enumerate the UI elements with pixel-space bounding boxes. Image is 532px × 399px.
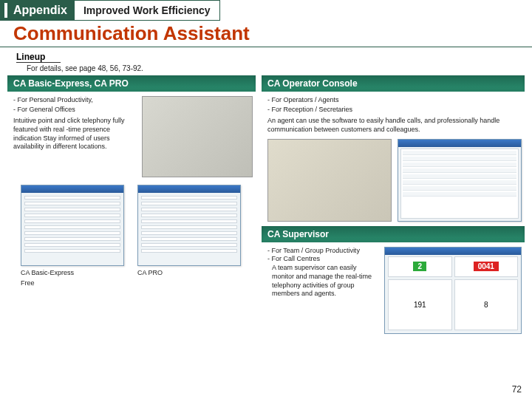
header-subtitle: Improved Work Efficiency (75, 0, 220, 21)
header-appendix: Appendix (0, 0, 75, 21)
app-window-icon (137, 185, 241, 266)
rtop-desc: An agent can use the software to easily … (267, 117, 522, 134)
lineup-label: Lineup (16, 52, 61, 63)
left-bullet-2: - For General Offices (13, 106, 136, 115)
dash-cell-c: 191 (388, 279, 452, 330)
rbot-desc: A team supervisor can easily monitor and… (267, 264, 378, 299)
shot2-caption-line1: CA PRO (137, 269, 241, 276)
dash-cell-b: 0041 (454, 256, 519, 277)
rbot-bullet-1: - For Team / Group Productivity (267, 247, 378, 256)
shot1-caption-line1: CA Basic-Express (21, 269, 124, 276)
handshake-photo (267, 139, 392, 222)
left-desc: Intuitive point and click telephony full… (13, 117, 136, 151)
rtop-bullet-1: - For Operators / Agents (267, 96, 522, 105)
right-bottom-body: - For Team / Group Productivity - For Ca… (262, 242, 525, 338)
lineup-details: For details, see page 48, 56, 73-92. (27, 64, 532, 72)
screenshot-basic-express: CA Basic-Express Free (21, 185, 124, 287)
left-bullet-1: - For Personal Productivity, (13, 96, 136, 105)
right-bottom-heading: CA Supervisor (262, 226, 525, 242)
right-column: CA Operator Console - For Operators / Ag… (262, 75, 525, 338)
shot1-caption-line2: Free (21, 279, 124, 287)
rbot-bullet-2: - For Call Centres (267, 255, 378, 264)
left-body: - For Personal Productivity, - For Gener… (7, 92, 256, 182)
supervisor-window-icon: 2 0041 191 8 (384, 247, 522, 334)
app-window-icon (21, 185, 124, 266)
left-heading: CA Basic-Express, CA PRO (7, 75, 256, 92)
left-column: CA Basic-Express, CA PRO - For Personal … (7, 75, 256, 338)
page-title: Communication Assistant (0, 21, 532, 45)
lineup-section: Lineup (16, 52, 522, 63)
right-top-images (262, 139, 525, 226)
page-number: 72 (512, 384, 522, 395)
slide-header: Appendix Improved Work Efficiency (0, 0, 532, 21)
left-screenshots: CA Basic-Express Free CA PRO (7, 182, 256, 287)
dash-badge-a: 2 (413, 262, 426, 271)
dash-cell-d: 8 (454, 279, 519, 330)
dash-cell-a: 2 (388, 256, 452, 277)
dash-value-c: 191 (414, 301, 426, 309)
right-top-text: - For Operators / Agents - For Reception… (267, 96, 522, 134)
content-columns: CA Basic-Express, CA PRO - For Personal … (0, 75, 532, 338)
left-photo (142, 96, 253, 177)
screenshot-pro: CA PRO (137, 185, 241, 287)
title-underline (0, 47, 532, 47)
right-top-heading: CA Operator Console (262, 75, 525, 92)
right-bottom-text: - For Team / Group Productivity - For Ca… (267, 247, 378, 334)
dash-value-d: 8 (484, 301, 488, 309)
right-top-body: - For Operators / Agents - For Reception… (262, 92, 525, 139)
dash-badge-b: 0041 (474, 262, 499, 271)
rtop-bullet-2: - For Reception / Secretaries (267, 106, 522, 115)
operator-console-window-icon (398, 139, 522, 222)
left-text: - For Personal Productivity, - For Gener… (13, 96, 136, 177)
